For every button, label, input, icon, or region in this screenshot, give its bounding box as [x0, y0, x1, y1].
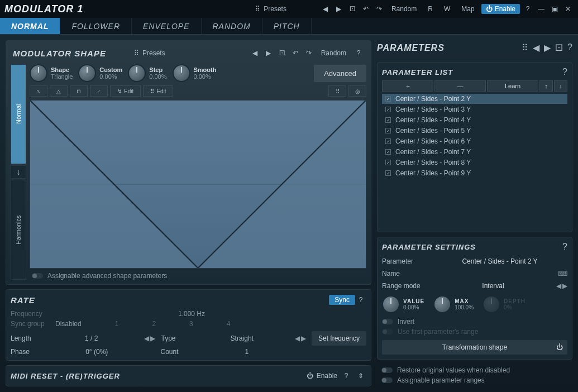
next-icon[interactable]: ▶	[333, 3, 345, 15]
next-icon[interactable]: ▶	[562, 282, 567, 290]
power-icon: ⏻	[307, 372, 313, 380]
dice-icon[interactable]: ⚀	[555, 42, 563, 53]
step-knob[interactable]: Step 0.00%	[128, 64, 166, 82]
shape-knob[interactable]: Shape Triangle	[30, 64, 73, 82]
plist-help-icon[interactable]: ?	[562, 67, 567, 77]
learn-button[interactable]: Learn	[487, 80, 538, 92]
tab-envelope[interactable]: ENVELOPE	[132, 18, 201, 34]
w-button[interactable]: W	[440, 3, 455, 15]
restore-toggle[interactable]	[381, 367, 393, 373]
transformation-shape-button[interactable]: Transformation shape ⏻	[382, 340, 567, 355]
list-item[interactable]: ✓Center / Sides - Point 2 Y	[382, 94, 567, 104]
prev-icon[interactable]: ◀	[556, 282, 561, 290]
wave-saw-icon[interactable]: ⟋	[90, 85, 108, 97]
smooth-knob[interactable]: Smooth 0.00%	[173, 64, 217, 82]
list-item[interactable]: ✓Center / Sides - Point 9 Y	[382, 168, 567, 178]
vtab-normal[interactable]: Normal	[11, 64, 26, 164]
shape-dice-icon[interactable]: ⚀	[276, 47, 288, 59]
snap-icon[interactable]: ◎	[348, 85, 366, 97]
enable-button[interactable]: ⏻ Enable	[481, 4, 520, 14]
add-button[interactable]: ＋	[382, 80, 433, 92]
use-first-toggle[interactable]	[382, 329, 393, 334]
up-icon[interactable]: ↑	[539, 80, 553, 92]
wave-square-icon[interactable]: ⊓	[70, 85, 88, 97]
prev-icon[interactable]: ◀	[533, 42, 539, 53]
vtab-arrow-icon[interactable]: ↓	[11, 165, 26, 179]
parameter-settings-panel: PARAMETER SETTINGS ? Parameter Center / …	[377, 237, 572, 360]
grid-icon: ⠿	[255, 5, 260, 13]
tab-follower[interactable]: FOLLOWER	[60, 18, 132, 34]
parameter-field[interactable]: Center / Sides - Point 2 Y	[432, 256, 567, 266]
shape-random-button[interactable]: Random	[317, 47, 351, 59]
tab-normal[interactable]: NORMAL	[0, 18, 60, 34]
shape-undo-icon[interactable]: ↶	[290, 47, 301, 59]
type-field[interactable]: Type Straight ◀▶	[161, 331, 305, 346]
power-icon[interactable]: ⏻	[556, 343, 563, 351]
range-mode-field[interactable]: Interval	[432, 281, 554, 291]
dice-icon[interactable]: ⚀	[347, 3, 358, 15]
assignable-ranges-toggle[interactable]	[381, 377, 393, 383]
next-icon[interactable]: ▶	[544, 42, 551, 53]
r-button[interactable]: R	[423, 3, 437, 15]
maximize-icon[interactable]: ▣	[549, 3, 560, 15]
remove-button[interactable]: —	[434, 80, 486, 92]
vtab-harmonics[interactable]: Harmonics	[11, 180, 26, 280]
set-frequency-button[interactable]: Set frequency	[312, 331, 366, 346]
keyboard-icon[interactable]: ⌨	[558, 270, 567, 278]
titlebar: MODULATOR 1 ⠿ Presets ◀ ▶ ⚀ ↶ ↷ Random R…	[0, 0, 578, 18]
redo-icon[interactable]: ↷	[374, 3, 385, 15]
name-field[interactable]	[432, 269, 556, 279]
help-icon[interactable]: ?	[522, 3, 533, 15]
parameter-list: ✓Center / Sides - Point 2 Y ✓Center / Si…	[382, 94, 567, 227]
phase-field[interactable]: Phase 0° (0%)	[11, 348, 155, 356]
map-button[interactable]: Map	[457, 3, 479, 15]
list-item[interactable]: ✓Center / Sides - Point 3 Y	[382, 104, 567, 114]
list-item[interactable]: ✓Center / Sides - Point 8 Y	[382, 157, 567, 168]
tab-pitch[interactable]: PITCH	[262, 18, 312, 34]
midi-expand-icon[interactable]: ⇕	[355, 370, 366, 381]
shape-graph[interactable]	[30, 100, 366, 269]
shape-redo-icon[interactable]: ↷	[303, 47, 314, 59]
help-icon[interactable]: ?	[567, 42, 572, 53]
assignable-toggle[interactable]	[32, 273, 43, 279]
undo-icon[interactable]: ↶	[360, 3, 371, 15]
shape-next-icon[interactable]: ▶	[263, 47, 274, 59]
grid-icon[interactable]: ⠿	[522, 42, 528, 53]
wave-sine-icon[interactable]: ∿	[30, 85, 47, 97]
list-item[interactable]: ✓Center / Sides - Point 7 Y	[382, 147, 567, 157]
random-button[interactable]: Random	[387, 3, 421, 15]
midi-title: MIDI RESET - (RE)TRIGGER	[11, 372, 120, 380]
max-knob[interactable]: MAX 100.0%	[433, 295, 474, 313]
ps-help-icon[interactable]: ?	[562, 242, 567, 252]
midi-enable-button[interactable]: Enable	[317, 372, 337, 380]
power-icon: ⏻	[486, 5, 493, 13]
custom-knob[interactable]: Custom 0.00%	[78, 64, 122, 82]
midi-help-icon[interactable]: ?	[341, 370, 352, 381]
close-icon[interactable]: ✕	[562, 3, 574, 15]
count-field[interactable]: Count 1	[161, 348, 305, 356]
value-knob[interactable]: VALUE 0.00%	[382, 295, 424, 313]
advanced-button[interactable]: Advanced	[314, 65, 366, 82]
modulator-shape-panel: MODULATOR SHAPE ⠿ Presets ◀ ▶ ⚀ ↶ ↷ Rand…	[6, 40, 371, 285]
edit-button-2[interactable]: ⠿Edit	[143, 85, 173, 97]
length-field[interactable]: Length 1 / 2 ◀▶	[11, 331, 155, 346]
minimize-icon[interactable]: —	[536, 3, 547, 15]
list-item[interactable]: ✓Center / Sides - Point 5 Y	[382, 126, 567, 136]
rate-title: RATE	[11, 295, 35, 305]
invert-toggle[interactable]	[382, 319, 393, 324]
down-icon[interactable]: ↓	[554, 80, 567, 92]
list-item[interactable]: ✓Center / Sides - Point 4 Y	[382, 115, 567, 125]
titlebar-presets[interactable]: ⠿ Presets	[255, 5, 286, 13]
edit-button-1[interactable]: ↯Edit	[110, 85, 141, 97]
list-item[interactable]: ✓Center / Sides - Point 6 Y	[382, 136, 567, 146]
shape-help-icon[interactable]: ?	[353, 47, 364, 59]
tab-random[interactable]: RANDOM	[202, 18, 262, 34]
sync-button[interactable]: Sync	[329, 295, 355, 305]
rate-help-icon[interactable]: ?	[355, 294, 366, 305]
shape-presets[interactable]: ⠿ Presets	[134, 49, 165, 57]
wave-triangle-icon[interactable]: △	[50, 85, 68, 97]
assignable-label: Assignable advanced shape parameters	[47, 272, 167, 280]
prev-icon[interactable]: ◀	[320, 3, 331, 15]
shape-prev-icon[interactable]: ◀	[250, 47, 261, 59]
grid-icon[interactable]: ⠿	[328, 85, 346, 97]
